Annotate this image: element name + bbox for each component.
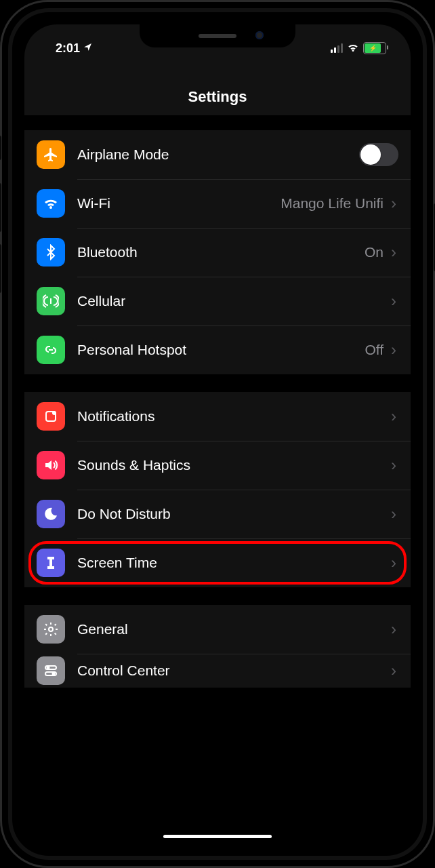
notifications-icon [37, 402, 65, 431]
notch [140, 24, 295, 47]
row-label: Notifications [77, 408, 389, 425]
wifi-icon [347, 41, 359, 56]
home-indicator[interactable] [163, 835, 272, 838]
chevron-right-icon: › [389, 620, 398, 639]
volume-up-button [0, 183, 1, 232]
hotspot-icon [37, 336, 65, 364]
settings-group: Notifications › Sounds & Haptics › [24, 392, 411, 587]
row-label: Personal Hotspot [77, 342, 365, 358]
page-title: Settings [188, 88, 247, 106]
chevron-right-icon: › [389, 553, 398, 572]
chevron-right-icon: › [389, 456, 398, 475]
row-airplane-mode[interactable]: Airplane Mode [24, 130, 411, 179]
front-camera [255, 31, 264, 39]
row-value: On [365, 244, 384, 260]
cellular-signal-icon [331, 43, 343, 53]
svg-point-1 [52, 411, 56, 415]
chevron-right-icon: › [389, 407, 398, 426]
airplane-toggle[interactable] [359, 143, 398, 166]
row-control-center[interactable]: Control Center › [24, 654, 411, 688]
mute-switch [0, 136, 1, 160]
phone-frame: 2:01 ⚡ [0, 0, 435, 868]
svg-point-6 [53, 673, 55, 675]
row-sounds-haptics[interactable]: Sounds & Haptics › [24, 441, 411, 490]
chevron-right-icon: › [389, 243, 398, 262]
general-icon [37, 615, 65, 644]
settings-group: General › Control Center › [24, 605, 411, 688]
settings-list[interactable]: Airplane Mode Wi-Fi Mango Life Unifi › [24, 113, 411, 844]
row-wifi[interactable]: Wi-Fi Mango Life Unifi › [24, 179, 411, 228]
row-value: Off [365, 342, 384, 358]
row-cellular[interactable]: Cellular › [24, 277, 411, 326]
row-value: Mango Life Unifi [281, 195, 384, 212]
row-label: Airplane Mode [77, 146, 359, 163]
row-label: General [77, 621, 389, 637]
row-notifications[interactable]: Notifications › [24, 392, 411, 441]
svg-point-5 [47, 667, 49, 669]
speaker-grille [199, 34, 236, 38]
airplane-icon [37, 140, 65, 169]
settings-group: Airplane Mode Wi-Fi Mango Life Unifi › [24, 130, 411, 374]
battery-icon: ⚡ [363, 42, 386, 54]
svg-point-2 [49, 627, 53, 631]
chevron-right-icon: › [389, 292, 398, 311]
row-label: Control Center [77, 663, 389, 679]
row-screen-time[interactable]: Screen Time › [24, 538, 411, 587]
row-label: Cellular [77, 293, 389, 309]
chevron-right-icon: › [389, 194, 398, 213]
sounds-icon [37, 451, 65, 479]
dnd-icon [37, 500, 65, 528]
cellular-icon [37, 287, 65, 315]
screentime-icon [37, 549, 65, 577]
bluetooth-icon [37, 238, 65, 267]
row-label: Bluetooth [77, 244, 365, 260]
row-label: Screen Time [77, 555, 389, 571]
volume-down-button [0, 244, 1, 293]
status-time: 2:01 [56, 41, 80, 56]
row-label: Do Not Disturb [77, 506, 389, 522]
chevron-right-icon: › [389, 505, 398, 524]
row-personal-hotspot[interactable]: Personal Hotspot Off › [24, 326, 411, 374]
location-arrow-icon [83, 43, 92, 54]
row-bluetooth[interactable]: Bluetooth On › [24, 228, 411, 277]
chevron-right-icon: › [389, 340, 398, 359]
row-general[interactable]: General › [24, 605, 411, 654]
screen: 2:01 ⚡ [24, 24, 411, 844]
controlcenter-icon [37, 656, 65, 685]
row-label: Sounds & Haptics [77, 457, 389, 473]
row-do-not-disturb[interactable]: Do Not Disturb › [24, 490, 411, 538]
chevron-right-icon: › [389, 661, 398, 680]
row-label: Wi-Fi [77, 195, 281, 212]
wifi-icon [37, 189, 65, 218]
